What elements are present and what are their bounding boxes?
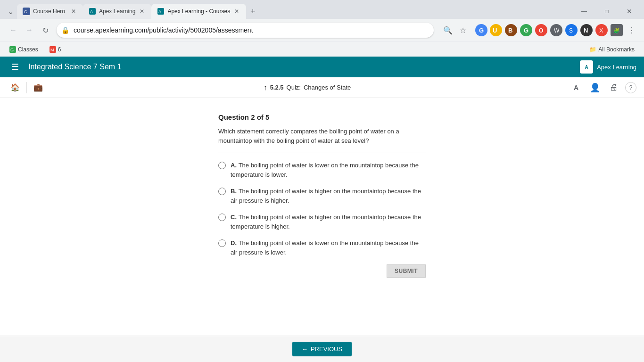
question-text: Which statement correctly compares the b… (218, 127, 426, 145)
question-divider (218, 153, 426, 153)
answer-label-d: D. The boiling point of water is lower o… (231, 239, 426, 257)
chrome-menu-btn[interactable]: ⋮ (625, 24, 638, 37)
radio-c[interactable] (218, 214, 226, 221)
ext-icon-1[interactable]: B (504, 24, 518, 37)
close-button[interactable]: ✕ (619, 4, 640, 19)
radio-b[interactable] (218, 188, 226, 195)
answer-letter-c: C. (231, 214, 239, 221)
apex-logo: A Apex Learning (580, 60, 636, 74)
person-icon-btn[interactable]: 👤 (587, 80, 603, 95)
prev-arrow-icon: ← (302, 346, 308, 353)
ext-icon-6[interactable]: N (580, 24, 593, 37)
refresh-button[interactable]: ↻ (38, 23, 53, 38)
svg-text:C: C (24, 9, 27, 14)
new-tab-button[interactable]: + (246, 5, 259, 18)
bookmark-star-btn[interactable]: ☆ (456, 24, 470, 37)
tab-label-course-hero: Course Hero (33, 8, 67, 15)
answer-letter-a: A. (231, 162, 239, 169)
bookmark-classes[interactable]: G Classes (6, 45, 42, 54)
tab-scroll-left[interactable]: ⌄ (4, 5, 17, 18)
lock-icon: 🔒 (61, 26, 69, 34)
answer-label-b: B. The boiling point of water is higher … (231, 187, 426, 205)
apex-logo-text: Apex Learning (597, 64, 636, 71)
svg-text:G: G (524, 27, 528, 34)
tab-label-apex: Apex Learning (99, 8, 135, 15)
address-bar: ← → ↻ 🔒 🔍 ☆ G U B G O (0, 19, 644, 41)
submit-button[interactable]: SUBMIT (387, 264, 426, 278)
previous-button[interactable]: ← PREVIOUS (292, 342, 352, 356)
ext-icon-4[interactable]: W (550, 24, 563, 37)
url-container: 🔒 (57, 23, 434, 38)
answer-option-d[interactable]: D. The boiling point of water is lower o… (218, 239, 426, 257)
svg-text:A: A (90, 9, 93, 14)
briefcase-button[interactable]: 💼 (31, 80, 46, 95)
app-bar-title: Integrated Science 7 Sem 1 (28, 63, 121, 71)
apex-courses-favicon: A (157, 8, 165, 15)
window-controls: — □ ✕ (573, 4, 644, 19)
nav-buttons: ← → ↻ (6, 23, 53, 38)
tab-close-course-hero[interactable]: ✕ (70, 8, 77, 15)
up-arrow-icon: ↑ (264, 83, 267, 92)
question-title: Question 2 of 5 (218, 113, 426, 121)
translate-icon-btn[interactable]: A (569, 80, 584, 95)
tab-apex-courses[interactable]: A Apex Learning - Courses ✕ (151, 4, 246, 19)
answer-letter-d: D. (231, 239, 239, 247)
bookmark-gmail[interactable]: M 6 (46, 45, 65, 54)
home-button[interactable]: 🏠 (8, 80, 23, 95)
answer-letter-b: B. (231, 188, 239, 195)
answer-label-c: C. The boiling point of water is higher … (231, 213, 426, 231)
apex-learning-favicon: A (89, 8, 96, 15)
maximize-button[interactable]: □ (596, 4, 618, 19)
print-icon-btn[interactable]: 🖨 (606, 80, 621, 95)
answer-label-a: A. The boiling point of water is lower o… (231, 161, 426, 179)
search-icon-btn[interactable]: 🔍 (441, 24, 454, 37)
svg-text:M: M (50, 48, 54, 52)
content-toolbar: 🏠 💼 ↑ 5.2.5 Quiz: Changes of State A 👤 🖨… (0, 77, 644, 98)
tab-course-hero[interactable]: C Course Hero ✕ (17, 4, 83, 19)
ext-icon-8[interactable]: 🧩 (610, 24, 623, 37)
toolbar-separator (26, 82, 27, 93)
url-input[interactable] (57, 23, 434, 38)
minimize-button[interactable]: — (573, 4, 595, 19)
ext-icon-2[interactable]: G (520, 24, 533, 37)
svg-text:S: S (569, 27, 573, 34)
svg-text:O: O (539, 27, 543, 34)
tab-label-apex-courses: Apex Learning - Courses (167, 8, 230, 15)
svg-text:G: G (10, 48, 14, 52)
radio-d[interactable] (218, 239, 226, 247)
ext-icon-5[interactable]: S (565, 24, 578, 37)
answer-option-c[interactable]: C. The boiling point of water is higher … (218, 213, 426, 231)
quiz-info: ↑ 5.2.5 Quiz: Changes of State (264, 83, 351, 92)
tab-apex-learning[interactable]: A Apex Learning ✕ (83, 4, 151, 19)
main-content: Question 2 of 5 Which statement correctl… (0, 98, 644, 362)
profile-icons: G U B G O W S N X (475, 24, 638, 37)
answer-option-a[interactable]: A. The boiling point of water is lower o… (218, 161, 426, 179)
google-icon[interactable]: G (475, 24, 487, 36)
svg-text:W: W (554, 27, 560, 34)
svg-text:N: N (584, 27, 588, 34)
forward-button[interactable]: → (22, 23, 37, 38)
all-bookmarks-btn[interactable]: 📁 All Bookmarks (586, 45, 638, 54)
tab-close-apex[interactable]: ✕ (138, 8, 146, 15)
url-icons: 🔍 ☆ (441, 24, 470, 37)
toolbar-center: ↑ 5.2.5 Quiz: Changes of State (46, 83, 569, 92)
toolbar-right: A 👤 🖨 ? (569, 80, 636, 95)
tab-close-apex-courses[interactable]: ✕ (233, 8, 240, 15)
help-icon-btn[interactable]: ? (625, 82, 636, 93)
ext-icon-3[interactable]: O (535, 24, 548, 37)
answer-option-b[interactable]: B. The boiling point of water is higher … (218, 187, 426, 205)
back-button[interactable]: ← (6, 23, 21, 38)
quiz-type: Quiz: (287, 84, 301, 91)
svg-text:U: U (493, 27, 497, 34)
profile-avatar[interactable]: U (489, 24, 503, 37)
menu-button[interactable]: ☰ (8, 59, 23, 74)
svg-text:X: X (599, 27, 603, 34)
app-bar: ☰ Integrated Science 7 Sem 1 A Apex Lear… (0, 57, 644, 77)
bookmarks-bar: G Classes M 6 📁 All Bookmarks (0, 41, 644, 57)
apex-logo-icon: A (580, 60, 593, 74)
ext-icon-7[interactable]: X (595, 24, 608, 37)
svg-text:🧩: 🧩 (613, 27, 620, 34)
bottom-bar: ← PREVIOUS (0, 336, 644, 362)
radio-a[interactable] (218, 162, 226, 169)
tab-bar: ⌄ C Course Hero ✕ A Apex Learning ✕ A Ap… (0, 0, 644, 19)
